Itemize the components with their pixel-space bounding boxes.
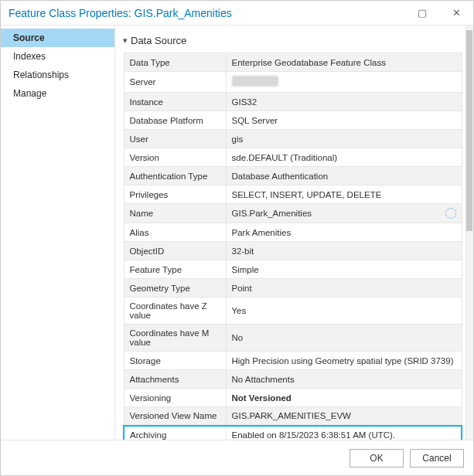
property-value: High Precision using Geometry spatial ty… [226, 352, 462, 370]
property-row: Authentication TypeDatabase Authenticati… [124, 167, 462, 185]
property-value: 32-bit [226, 242, 462, 260]
property-label: User [124, 130, 226, 148]
property-label: Server [124, 72, 226, 93]
property-row: Feature TypeSimple [124, 260, 462, 279]
dialog-footer: OK Cancel [1, 440, 473, 475]
section-title: Data Source [131, 35, 186, 46]
property-label: Archiving [124, 426, 226, 440]
property-row: Versioned View NameGIS.PARK_AMENITIES_EV… [124, 407, 462, 426]
property-label: Privileges [124, 185, 226, 204]
property-row: AttachmentsNo Attachments [124, 370, 462, 389]
property-row: Usergis [124, 130, 462, 148]
redacted-value [232, 76, 278, 87]
sidebar: SourceIndexesRelationshipsManage [1, 26, 115, 440]
property-value [226, 72, 462, 93]
property-label: Geometry Type [124, 279, 226, 298]
ok-button[interactable]: OK [350, 449, 404, 468]
property-label: Feature Type [124, 260, 226, 279]
property-label: Coordinates have M value [124, 325, 226, 352]
property-row: VersioningNot Versioned [124, 389, 462, 407]
property-label: Coordinates have Z value [124, 298, 226, 325]
property-value: Enabled on 8/15/2023 6:38:51 AM (UTC). [226, 426, 462, 440]
property-table: Data TypeEnterprise Geodatabase Feature … [123, 53, 462, 440]
close-button[interactable]: ✕ [439, 1, 473, 25]
property-value: GIS32 [226, 93, 462, 111]
property-value: sde.DEFAULT (Traditional) [226, 148, 462, 167]
property-row: Coordinates have Z valueYes [124, 298, 462, 325]
maximize-button[interactable]: ▢ [405, 1, 439, 25]
property-label: Version [124, 148, 226, 167]
property-row: Geometry TypePoint [124, 279, 462, 298]
property-value: No Attachments [226, 370, 462, 389]
property-label: Instance [124, 93, 226, 111]
cancel-button[interactable]: Cancel [410, 449, 464, 468]
property-label: Name [124, 204, 226, 223]
sidebar-item-indexes[interactable]: Indexes [1, 47, 114, 66]
property-row: AliasPark Amenities [124, 223, 462, 242]
property-row: NameGIS.Park_Amenities [124, 204, 462, 223]
scrollbar-thumb[interactable] [466, 30, 472, 231]
property-label: Versioned View Name [124, 407, 226, 426]
property-label: Versioning [124, 389, 226, 407]
property-value: Yes [226, 298, 462, 325]
scrollbar[interactable] [465, 26, 473, 440]
property-value: Not Versioned [226, 389, 462, 407]
property-row: Coordinates have M valueNo [124, 325, 462, 352]
property-value: No [226, 325, 462, 352]
property-value: Simple [226, 260, 462, 279]
property-value: Enterprise Geodatabase Feature Class [226, 53, 462, 72]
property-label: Attachments [124, 370, 226, 389]
property-value: GIS.PARK_AMENITIES_EVW [226, 407, 462, 426]
property-label: Alias [124, 223, 226, 242]
property-value: SELECT, INSERT, UPDATE, DELETE [226, 185, 462, 204]
property-label: Storage [124, 352, 226, 370]
property-value: SQL Server [226, 111, 462, 130]
property-row: ArchivingEnabled on 8/15/2023 6:38:51 AM… [124, 426, 462, 440]
property-row: ObjectID32-bit [124, 242, 462, 260]
sidebar-item-relationships[interactable]: Relationships [1, 66, 114, 84]
property-value: Point [226, 279, 462, 298]
property-value: Database Authentication [226, 167, 462, 185]
property-value: GIS.Park_Amenities [226, 204, 462, 223]
property-row: Database PlatformSQL Server [124, 111, 462, 130]
property-row: InstanceGIS32 [124, 93, 462, 111]
feature-class-icon [445, 208, 456, 219]
sidebar-item-source[interactable]: Source [1, 29, 114, 47]
window-title: Feature Class Properties: GIS.Park_Ameni… [9, 7, 232, 19]
property-row: Data TypeEnterprise Geodatabase Feature … [124, 53, 462, 72]
property-label: ObjectID [124, 242, 226, 260]
sidebar-item-manage[interactable]: Manage [1, 84, 114, 103]
property-row: Versionsde.DEFAULT (Traditional) [124, 148, 462, 167]
property-row: PrivilegesSELECT, INSERT, UPDATE, DELETE [124, 185, 462, 204]
property-row: Server [124, 72, 462, 93]
property-label: Authentication Type [124, 167, 226, 185]
property-label: Data Type [124, 53, 226, 72]
chevron-down-icon: ▾ [123, 36, 128, 46]
property-row: StorageHigh Precision using Geometry spa… [124, 352, 462, 370]
property-value: gis [226, 130, 462, 148]
section-header[interactable]: ▾ Data Source [123, 35, 462, 46]
content-pane: ▾ Data Source Data TypeEnterprise Geodat… [115, 26, 473, 440]
property-label: Database Platform [124, 111, 226, 130]
property-value: Park Amenities [226, 223, 462, 242]
titlebar: Feature Class Properties: GIS.Park_Ameni… [1, 1, 473, 26]
